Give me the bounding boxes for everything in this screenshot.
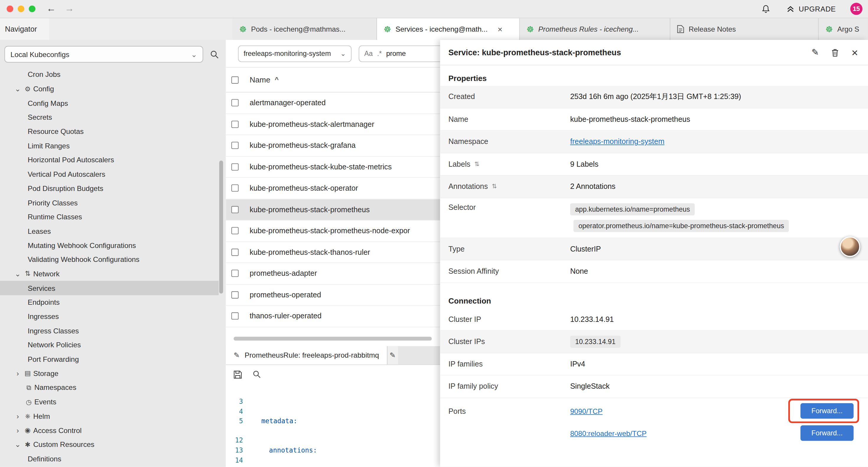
sidebar-item-pod-disruption-budgets[interactable]: Pod Disruption Budgets xyxy=(0,181,219,196)
access-control-icon: ◉ xyxy=(22,427,33,434)
kubeconfig-select[interactable]: Local Kubeconfigs ⌄ xyxy=(4,46,203,63)
sidebar-item-network[interactable]: ⌄ ⇅ Network xyxy=(0,267,219,281)
table-row[interactable]: kube-prometheus-stack-alertmanager xyxy=(226,114,440,135)
table-row[interactable]: kube-prometheus-stack-prometheus-node-ex… xyxy=(226,221,440,242)
namespace-filter-select[interactable]: freeleaps-monitoring-system ⌄ xyxy=(238,45,351,62)
sidebar-search-icon[interactable] xyxy=(210,50,219,59)
row-checkbox[interactable] xyxy=(231,227,239,234)
yaml-editor[interactable]: 3 4 5 12 13 14 metadata: annotations: ku… xyxy=(226,384,440,467)
row-checkbox[interactable] xyxy=(231,291,239,298)
table-row[interactable]: prometheus-adapter xyxy=(226,263,440,284)
delete-icon[interactable] xyxy=(831,48,839,57)
sidebar-item-secrets[interactable]: Secrets xyxy=(0,110,219,124)
tab-release-notes[interactable]: Release Notes xyxy=(670,18,819,40)
service-detail-panel: Service: kube-prometheus-stack-prometheu… xyxy=(440,40,868,467)
window-close-button[interactable] xyxy=(6,6,13,12)
sidebar-item-storage[interactable]: › ▤ Storage xyxy=(0,366,219,380)
port-link-8080[interactable]: 8080:reloader-web/TCP xyxy=(570,429,647,437)
row-checkbox[interactable] xyxy=(231,163,239,170)
sidebar-item-network-policies[interactable]: Network Policies xyxy=(0,338,219,352)
tab-close-icon[interactable]: × xyxy=(498,24,502,34)
expand-collapse-icon[interactable]: ⇅ xyxy=(474,160,479,168)
sidebar-item-ingress-classes[interactable]: Ingress Classes xyxy=(0,324,219,338)
forward-button[interactable]: → xyxy=(65,3,74,14)
tab-services[interactable]: ☸ Services - icecheng@math... × xyxy=(377,18,520,40)
window-titlebar: ← → UPGRADE 15 xyxy=(0,0,868,18)
sidebar-item-ingresses[interactable]: Ingresses xyxy=(0,310,219,324)
tab-prometheus-rules[interactable]: ☸ Prometheus Rules - icecheng... xyxy=(520,18,670,40)
sidebar-item-namespaces[interactable]: ⧉ Namespaces xyxy=(0,380,219,395)
select-all-checkbox[interactable] xyxy=(231,76,239,83)
sidebar-item-access-control[interactable]: › ◉ Access Control xyxy=(0,423,219,437)
table-row[interactable]: prometheus-operated xyxy=(226,284,440,305)
expand-collapse-icon[interactable]: ⇅ xyxy=(492,183,497,190)
back-button[interactable]: ← xyxy=(46,3,56,14)
notifications-bell-icon[interactable] xyxy=(761,4,771,13)
row-checkbox[interactable] xyxy=(231,270,239,277)
sidebar-item-port-forwarding[interactable]: Port Forwarding xyxy=(0,352,219,366)
sidebar-item-limit-ranges[interactable]: Limit Ranges xyxy=(0,139,219,153)
editor-dock: ✎ PrometheusRule: freeleaps-prod-rabbitm… xyxy=(226,346,440,467)
tab-pods[interactable]: ☸ Pods - icecheng@mathmas... xyxy=(232,18,377,40)
close-icon[interactable]: × xyxy=(851,47,858,58)
namespace-link[interactable]: freeleaps-monitoring-system xyxy=(570,138,664,146)
forward-button-8080[interactable]: Forward... xyxy=(800,425,854,440)
table-row[interactable]: thanos-ruler-operated xyxy=(226,305,440,327)
sidebar-item-cron-jobs[interactable]: Cron Jobs xyxy=(0,68,219,82)
sidebar-scrollbar[interactable] xyxy=(219,160,223,293)
sidebar-item-validating-webhook-configurations[interactable]: Validating Webhook Configurations xyxy=(0,253,219,267)
window-zoom-button[interactable] xyxy=(29,6,35,12)
ip-families-value: IPv4 xyxy=(570,360,585,368)
horizontal-scrollbar[interactable] xyxy=(234,337,432,341)
row-checkbox[interactable] xyxy=(231,249,239,256)
dock-tab-prometheusrule[interactable]: ✎ PrometheusRule: freeleaps-prod-rabbitm… xyxy=(226,346,387,364)
sidebar-item-services[interactable]: Services xyxy=(0,281,219,295)
sidebar-item-custom-resources[interactable]: ⌄ ✱ Custom Resources xyxy=(0,437,219,451)
regex-toggle[interactable]: .* xyxy=(377,50,382,57)
port-link-9090[interactable]: 9090/TCP xyxy=(570,407,603,415)
table-row[interactable]: kube-prometheus-stack-grafana xyxy=(226,135,440,156)
match-case-toggle[interactable]: Aa xyxy=(364,50,373,57)
table-row[interactable]: alertmanager-operated xyxy=(226,92,440,114)
window-minimize-button[interactable] xyxy=(18,6,24,12)
dock-tab-partial[interactable]: ✎ xyxy=(387,346,398,364)
row-checkbox[interactable] xyxy=(231,313,239,320)
sidebar-item-definitions[interactable]: Definitions xyxy=(0,451,219,466)
connection-row-cluster-ips: Cluster IPs 10.233.14.91 xyxy=(440,331,868,353)
forward-button-9090[interactable]: Forward... xyxy=(800,403,854,418)
sidebar-item-resource-quotas[interactable]: Resource Quotas xyxy=(0,124,219,139)
sidebar-item-endpoints[interactable]: Endpoints xyxy=(0,295,219,310)
kubernetes-icon: ☸ xyxy=(826,24,833,34)
editor-search-icon[interactable] xyxy=(252,370,261,379)
sidebar-item-mutating-webhook-configurations[interactable]: Mutating Webhook Configurations xyxy=(0,238,219,253)
row-checkbox[interactable] xyxy=(231,206,239,213)
table-row[interactable]: kube-prometheus-stack-kube-state-metrics xyxy=(226,156,440,178)
column-header-name[interactable]: Name xyxy=(250,76,270,84)
table-row[interactable]: kube-prometheus-stack-thanos-ruler xyxy=(226,242,440,263)
sidebar-item-events[interactable]: ◷ Events xyxy=(0,395,219,409)
edit-icon[interactable]: ✎ xyxy=(812,47,819,58)
chevron-down-icon: ⌄ xyxy=(191,50,197,59)
notification-count-badge[interactable]: 15 xyxy=(850,3,862,15)
sidebar-item-runtime-classes[interactable]: Runtime Classes xyxy=(0,210,219,224)
row-checkbox[interactable] xyxy=(231,184,239,192)
table-row[interactable]: kube-prometheus-stack-operator xyxy=(226,178,440,199)
assistant-avatar[interactable] xyxy=(840,236,860,257)
navigator-sidebar: Local Kubeconfigs ⌄ Cron Jobs ⌄ ⚙ Config… xyxy=(0,40,226,467)
sidebar-item-horizontal-pod-autoscalers[interactable]: Horizontal Pod Autoscalers xyxy=(0,153,219,167)
sidebar-item-priority-classes[interactable]: Priority Classes xyxy=(0,196,219,210)
row-checkbox[interactable] xyxy=(231,142,239,149)
sidebar-item-helm[interactable]: › ⎈ Helm xyxy=(0,409,219,423)
save-icon[interactable] xyxy=(233,370,243,379)
sidebar-item-leases[interactable]: Leases xyxy=(0,224,219,238)
row-checkbox[interactable] xyxy=(231,121,239,128)
sidebar-item-config-maps[interactable]: Config Maps xyxy=(0,96,219,110)
list-search-input[interactable]: Aa .* prome xyxy=(359,45,440,62)
tab-argo[interactable]: ☸ Argo S xyxy=(819,18,868,40)
sidebar-item-vertical-pod-autoscalers[interactable]: Vertical Pod Autoscalers xyxy=(0,167,219,181)
sidebar-item-config[interactable]: ⌄ ⚙ Config xyxy=(0,82,219,96)
table-header: Name ^ xyxy=(226,68,440,92)
table-row-selected[interactable]: kube-prometheus-stack-prometheus xyxy=(226,199,440,221)
row-checkbox[interactable] xyxy=(231,99,239,107)
upgrade-button[interactable]: UPGRADE xyxy=(786,5,836,13)
